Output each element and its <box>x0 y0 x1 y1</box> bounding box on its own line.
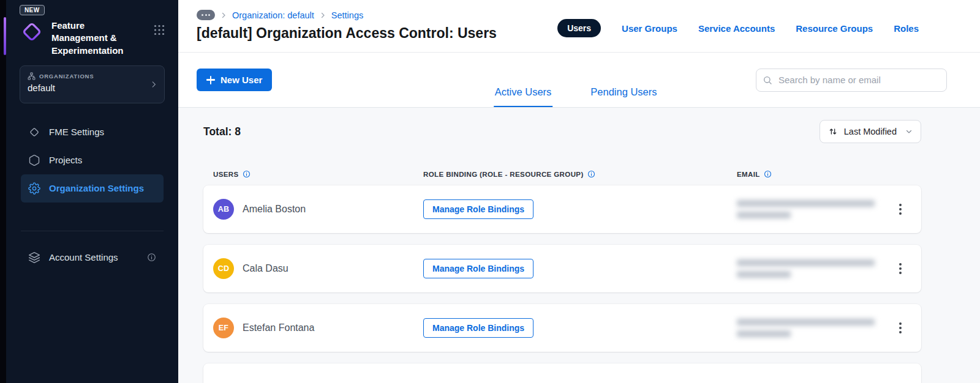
org-selector-value: default <box>28 83 157 93</box>
access-control-tabs: Users User Groups Service Accounts Resou… <box>557 19 919 37</box>
kebab-menu-icon[interactable] <box>895 259 905 278</box>
tab-pending-users[interactable]: Pending Users <box>589 86 658 107</box>
sidebar-item-label: Account Settings <box>49 252 118 262</box>
table-header: USERS ROLE BINDING (ROLE - RESOURCE GROU… <box>203 170 921 178</box>
sidebar-item-account-settings[interactable]: Account Settings <box>21 244 164 272</box>
chevron-down-icon <box>905 128 913 135</box>
tab-users[interactable]: Users <box>557 19 601 37</box>
tab-resource-groups[interactable]: Resource Groups <box>796 23 873 34</box>
info-icon[interactable] <box>587 170 595 178</box>
user-list-section: Total: 8 Last Modified USERS <box>178 108 980 383</box>
page: NEW Feature Management & Experimentation <box>0 0 980 383</box>
sort-dropdown[interactable]: Last Modified <box>820 120 921 143</box>
org-selector-label: ORGANIZATIONS <box>39 73 94 80</box>
table-row: EF Estefan Fontana Manage Role Bindings <box>203 304 921 352</box>
email-redacted <box>737 200 889 218</box>
sidebar: NEW Feature Management & Experimentation <box>6 0 178 383</box>
chevron-right-icon <box>319 12 326 19</box>
breadcrumb-ellipsis-button[interactable] <box>197 10 215 20</box>
new-badge: NEW <box>20 5 45 15</box>
column-role-binding: ROLE BINDING (ROLE - RESOURCE GROUP) <box>423 171 584 178</box>
fme-logo-icon <box>20 20 44 44</box>
manage-role-bindings-button[interactable]: Manage Role Bindings <box>423 199 533 219</box>
search-icon <box>763 75 772 85</box>
column-users: USERS <box>213 171 239 178</box>
user-name: Cala Dasu <box>243 263 288 274</box>
sidebar-divider <box>21 231 164 231</box>
search-box <box>756 69 947 92</box>
chevron-right-icon <box>220 12 227 19</box>
sort-label: Last Modified <box>844 127 897 136</box>
table-row: AB Amelia Boston Manage Role Bindings <box>203 185 921 233</box>
module-rail <box>0 0 6 383</box>
product-title: Feature Management & Experimentation <box>51 20 137 57</box>
sidebar-item-label: FME Settings <box>49 127 104 137</box>
new-user-button[interactable]: New User <box>197 69 272 91</box>
table-row-partial <box>203 363 921 383</box>
avatar: AB <box>213 199 234 220</box>
gear-icon <box>28 182 40 195</box>
avatar: EF <box>213 318 234 338</box>
info-icon[interactable] <box>147 253 156 262</box>
toolbar: New User Active Users Pending Users <box>178 52 980 108</box>
tab-user-groups[interactable]: User Groups <box>622 23 677 34</box>
sidebar-item-label: Projects <box>49 155 82 165</box>
page-header: Organization: default Settings [default]… <box>178 0 980 52</box>
main-content: Organization: default Settings [default]… <box>178 0 980 383</box>
user-name: Estefan Fontana <box>243 322 314 333</box>
layers-icon <box>28 251 40 264</box>
kebab-menu-icon[interactable] <box>895 319 905 337</box>
tab-roles[interactable]: Roles <box>894 23 919 34</box>
breadcrumb-org-link[interactable]: Organization: default <box>232 10 314 20</box>
email-redacted <box>737 319 889 337</box>
user-name: Amelia Boston <box>243 204 306 215</box>
search-input[interactable] <box>777 74 940 86</box>
sidebar-item-projects[interactable]: Projects <box>21 146 164 174</box>
projects-icon <box>28 154 40 166</box>
manage-role-bindings-button[interactable]: Manage Role Bindings <box>423 318 533 338</box>
sort-arrows-icon <box>828 127 838 136</box>
user-state-tabs: Active Users Pending Users <box>494 86 658 107</box>
chevron-right-icon <box>149 80 158 89</box>
apps-grid-icon[interactable] <box>154 24 165 35</box>
fme-settings-icon <box>28 126 40 138</box>
table-row: CD Cala Dasu Manage Role Bindings <box>203 245 921 292</box>
sidebar-item-fme-settings[interactable]: FME Settings <box>21 118 164 146</box>
column-email: EMAIL <box>737 171 760 178</box>
tab-service-accounts[interactable]: Service Accounts <box>698 23 775 34</box>
plus-icon <box>206 76 215 84</box>
info-icon[interactable] <box>243 170 251 178</box>
new-user-button-label: New User <box>221 75 262 85</box>
email-redacted <box>737 259 889 278</box>
sidebar-item-label: Organization Settings <box>49 183 144 193</box>
sidebar-nav: FME Settings Projects Organization Se <box>6 118 178 203</box>
breadcrumb-settings-link[interactable]: Settings <box>331 10 363 20</box>
org-icon <box>28 72 36 80</box>
manage-role-bindings-button[interactable]: Manage Role Bindings <box>423 259 533 278</box>
kebab-menu-icon[interactable] <box>895 200 905 218</box>
sidebar-item-organization-settings[interactable]: Organization Settings <box>21 174 164 203</box>
info-icon[interactable] <box>764 170 772 178</box>
total-count: Total: 8 <box>203 125 241 138</box>
sidebar-header: NEW Feature Management & Experimentation <box>6 0 178 57</box>
org-selector[interactable]: ORGANIZATIONS default <box>20 65 165 103</box>
avatar: CD <box>213 258 234 279</box>
tab-active-users[interactable]: Active Users <box>494 86 553 107</box>
